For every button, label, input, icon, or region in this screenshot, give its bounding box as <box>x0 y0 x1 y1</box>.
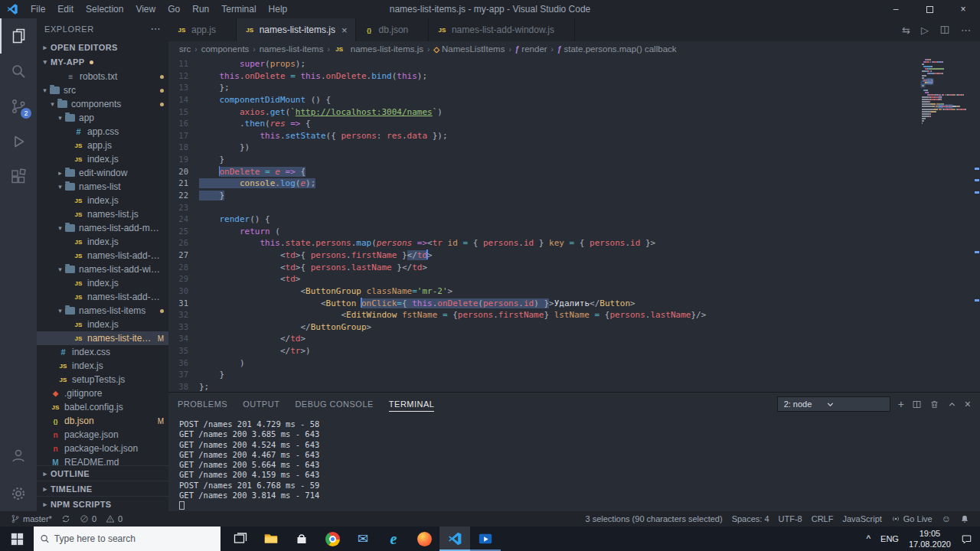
panel-tab-output[interactable]: OUTPUT <box>243 396 279 412</box>
status-eol[interactable]: CRLF <box>807 511 838 527</box>
firefox-taskbar-button[interactable] <box>409 527 439 551</box>
explorer-actions-icon[interactable]: ⋯ <box>150 23 161 34</box>
tree-item[interactable]: {}db.jsonM <box>37 414 168 428</box>
status-sync[interactable] <box>57 511 75 527</box>
tree-item[interactable]: MREADME.md <box>37 455 168 465</box>
tree-item[interactable]: JSindex.js <box>37 276 168 290</box>
maximize-button[interactable] <box>913 0 946 18</box>
tree-item[interactable]: JSapp.js <box>37 139 168 152</box>
status-selection-info[interactable]: 3 selections (90 characters selected) <box>580 511 727 527</box>
status-feedback[interactable]: ☺ <box>937 511 956 527</box>
mail-taskbar-button[interactable]: ✉ <box>348 527 378 551</box>
tree-item[interactable]: ▾app <box>37 111 168 125</box>
close-panel-icon[interactable]: × <box>965 399 971 409</box>
store-taskbar-button[interactable] <box>286 527 317 551</box>
tree-item[interactable]: JSsetupTests.js <box>37 373 168 386</box>
tray-expand-icon[interactable]: ^ <box>866 533 871 544</box>
breadcrumb-item[interactable]: components <box>201 44 250 54</box>
breadcrumb-item[interactable]: ƒrender <box>515 44 547 54</box>
run-file-icon[interactable]: ▷ <box>921 24 929 36</box>
panel-tab-problems[interactable]: PROBLEMS <box>178 396 227 412</box>
tree-item[interactable]: ▾names-list <box>37 180 168 194</box>
file-explorer-taskbar-button[interactable] <box>256 527 286 551</box>
tree-item[interactable]: JSnames-list-add-wind... <box>37 290 168 304</box>
taskbar-search[interactable] <box>34 527 220 551</box>
tree-item[interactable]: ◆.gitignore <box>37 386 168 400</box>
panel-tab-terminal[interactable]: TERMINAL <box>389 396 435 412</box>
tree-item[interactable]: ▸edit-window <box>37 166 168 180</box>
tree-item[interactable]: JSbabel.config.js <box>37 400 168 414</box>
tree-item[interactable]: #index.css <box>37 345 168 359</box>
menu-edit[interactable]: Edit <box>51 0 80 18</box>
status-git-branch[interactable]: master* <box>6 511 57 527</box>
terminal-shell-select[interactable]: 2: node <box>777 396 890 412</box>
media-player-taskbar-button[interactable] <box>470 527 501 551</box>
run-debug-icon[interactable] <box>0 124 37 159</box>
breadcrumb-item[interactable]: names-list-items <box>260 44 324 54</box>
tree-item[interactable]: ▾names-list-items <box>37 304 168 318</box>
keyboard-language[interactable]: ENG <box>880 534 899 543</box>
status-notifications[interactable] <box>956 511 974 527</box>
status-language-mode[interactable]: JavaScript <box>838 511 886 527</box>
panel-tab-debug-console[interactable]: DEBUG CONSOLE <box>295 396 373 412</box>
task-view-taskbar-button[interactable] <box>225 527 256 551</box>
tree-item[interactable]: JSindex.js <box>37 235 168 249</box>
breadcrumb-item[interactable]: JSnames-list-items.js <box>334 44 423 54</box>
status-errors[interactable]: 0 <box>75 511 101 527</box>
menu-run[interactable]: Run <box>186 0 215 18</box>
status-encoding[interactable]: UTF-8 <box>774 511 807 527</box>
split-editor-icon[interactable] <box>939 24 950 35</box>
search-input[interactable] <box>54 533 214 544</box>
editor-tab[interactable]: JSnames-list-add-window.js× <box>429 18 575 41</box>
explorer-icon[interactable] <box>0 18 37 54</box>
section-npm-scripts[interactable]: ▸NPM SCRIPTS <box>37 496 168 511</box>
menu-terminal[interactable]: Terminal <box>215 0 262 18</box>
tree-item[interactable]: ▾src <box>37 83 168 97</box>
source-control-icon[interactable]: 2 <box>0 89 37 124</box>
edge-taskbar-button[interactable]: e <box>378 527 409 551</box>
code-editor[interactable]: 11 super(props);12 this.onDelete = this.… <box>168 57 980 392</box>
tree-item[interactable]: JSindex.js <box>37 318 168 331</box>
more-actions-icon[interactable]: ⋯ <box>961 24 971 36</box>
close-icon[interactable]: × <box>341 24 348 36</box>
menu-go[interactable]: Go <box>162 0 186 18</box>
tree-item[interactable]: JSindex.js <box>37 152 168 166</box>
extensions-icon[interactable] <box>0 159 37 194</box>
tree-item[interactable]: JSindex.js <box>37 359 168 373</box>
split-terminal-icon[interactable] <box>912 399 922 409</box>
search-icon[interactable] <box>0 54 37 89</box>
chrome-taskbar-button[interactable] <box>317 527 348 551</box>
maximize-panel-icon[interactable] <box>947 399 957 409</box>
menu-help[interactable]: Help <box>263 0 294 18</box>
tree-item[interactable]: JSindex.js <box>37 194 168 207</box>
tree-item[interactable]: JSnames-list.js <box>37 207 168 221</box>
kill-terminal-icon[interactable] <box>929 399 939 409</box>
section-timeline[interactable]: ▸TIMELINE <box>37 481 168 496</box>
minimize-button[interactable]: – <box>879 0 913 18</box>
tree-item[interactable]: JSnames-list-add-moda... <box>37 249 168 262</box>
tree-item[interactable]: ▾names-list-add-modal <box>37 221 168 235</box>
tree-item[interactable]: ▾components <box>37 97 168 111</box>
settings-gear-icon[interactable] <box>0 476 37 511</box>
menu-view[interactable]: View <box>129 0 162 18</box>
tree-item[interactable]: npackage.json <box>37 428 168 442</box>
status-indentation[interactable]: Spaces: 4 <box>727 511 774 527</box>
tree-item[interactable]: npackage-lock.json <box>37 442 168 455</box>
open-changes-icon[interactable]: ⇆ <box>902 24 910 36</box>
tree-item[interactable]: ≡robots.txt <box>37 70 168 83</box>
status-go-live[interactable]: Go Live <box>887 511 937 527</box>
editor-tab[interactable]: JSapp.js× <box>168 18 237 41</box>
breadcrumb-item[interactable]: ƒstate.persons.map() callback <box>557 44 677 54</box>
close-button[interactable]: × <box>946 0 980 18</box>
new-terminal-icon[interactable]: + <box>898 399 904 409</box>
vscode-taskbar-button[interactable] <box>439 527 470 551</box>
section-outline[interactable]: ▸OUTLINE <box>37 465 168 481</box>
open-editors-header[interactable]: ▸ OPEN EDITORS <box>37 40 168 55</box>
breadcrumb-item[interactable]: src <box>179 44 191 54</box>
menu-file[interactable]: File <box>24 0 51 18</box>
root-folder-header[interactable]: ▾ MY-APP <box>37 55 168 70</box>
editor-tab[interactable]: {}db.json× <box>356 18 429 41</box>
editor-tab[interactable]: JSnames-list-items.js× <box>237 18 356 41</box>
action-center-icon[interactable] <box>961 533 972 545</box>
tree-item[interactable]: #app.css <box>37 125 168 139</box>
